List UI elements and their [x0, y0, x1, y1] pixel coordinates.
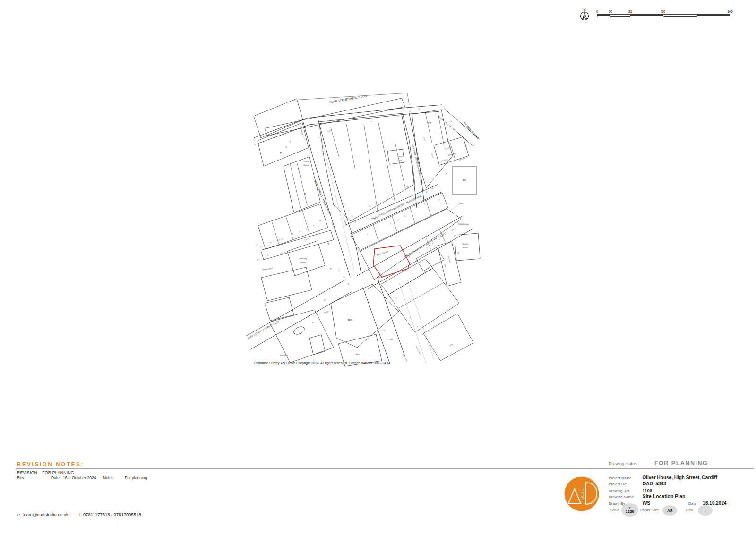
map-label: 1 [318, 137, 319, 138]
map-label: ST JOHN STREET [463, 121, 480, 140]
field-project-name: Project Name Oliver House, High Street, … [609, 473, 717, 479]
map-label: Rising [304, 161, 309, 162]
rev-value: - [704, 508, 706, 513]
map-label: 8 [390, 223, 392, 225]
north-arrow: N [581, 8, 589, 20]
map-label: 17 [377, 266, 379, 269]
map-buildings [254, 93, 480, 366]
map-label: 14 [411, 211, 413, 213]
map-label: 19 [425, 191, 428, 193]
field-label: Date [688, 501, 701, 506]
map-label: 14 [450, 120, 452, 123]
map-label: Court [397, 160, 402, 161]
map-label: 18 [259, 245, 262, 247]
field-project-ref: Project Ref OAD_5383 [609, 479, 666, 485]
map-label: 8 [344, 203, 346, 205]
revision-notes-label: Notes: [103, 475, 115, 480]
map-label: 15 [266, 254, 269, 256]
map-label: 2 [367, 233, 369, 235]
map-post-lines [298, 118, 463, 364]
contact-email: e: team@oadstudio.co.uk [17, 512, 69, 517]
map-label: 2 [395, 297, 397, 299]
map-label: 5 [426, 247, 428, 249]
map-label: 10 [351, 215, 353, 217]
scale-tick-label: 50 [662, 10, 665, 13]
map-label: 3 [401, 305, 403, 306]
map-label: 23 [327, 243, 329, 245]
map-label: 9 to 13 [431, 153, 434, 158]
map-label: 22 [438, 199, 441, 201]
map-label: House [463, 247, 468, 249]
drawing-status-value: FOR PLANNING [654, 460, 708, 466]
paper-size-label: Paper Size [640, 508, 659, 512]
map-label: 19 [343, 276, 345, 278]
revision-notes-value: For planning [125, 475, 147, 480]
map-label: Line of Posts [402, 353, 408, 362]
map-label: 26 [304, 193, 306, 195]
oad-studio-logo: studio [563, 475, 601, 513]
map-label: Studios [300, 262, 306, 263]
map-label: 20 [338, 269, 340, 271]
map-label: 6 [421, 334, 423, 336]
scale-bar-ticks: 0102550100 [596, 10, 733, 13]
map-label: Bank [348, 319, 353, 321]
map-label: PH [463, 179, 466, 182]
map-label: 6 [335, 180, 336, 182]
map-label: 9 [312, 322, 314, 323]
field-drawing-ref: Drawing Ref 1100 [609, 485, 652, 492]
map-label: Bollard [304, 164, 309, 166]
map-label: 9 to 10 [451, 228, 456, 231]
map-label: 8 [292, 233, 293, 235]
map-label: 17 [324, 298, 326, 301]
revision-date: Date : 16th October 2024 [51, 475, 96, 480]
map-label: PH [449, 343, 453, 347]
drawing-status-label: Drawing status [609, 461, 637, 466]
map-label: 10 to 14 [276, 238, 283, 242]
map-label: 26 [445, 172, 448, 175]
map-label: Line of Posts [415, 346, 421, 355]
map-label: 2 to 4 [327, 130, 332, 133]
map-label: 1 [390, 289, 392, 291]
north-label: N [583, 8, 585, 11]
map-label: 17 [257, 258, 259, 261]
map-label: PH [428, 122, 431, 124]
rev-badge: - [698, 505, 713, 516]
map-label: 3 to 7 [423, 137, 426, 141]
map-label: 5 [417, 326, 419, 328]
map-label: Rising Bollards [458, 223, 469, 225]
map-label: 10 [397, 219, 399, 221]
map-label: QUAY STREET / STRYD-Y-CEI [246, 320, 280, 340]
map-label: 4 [306, 229, 307, 230]
map-label: Crown [397, 156, 403, 158]
map-label: Line of Posts [331, 222, 336, 232]
map-label: Dolphin [463, 243, 469, 245]
map-label: Womanby [299, 258, 307, 260]
map-label: 11 [397, 115, 399, 118]
map-label: 7 [433, 351, 435, 353]
map-label: 21 [255, 244, 258, 246]
map-label: 13 [417, 108, 420, 110]
map-label: 11 [354, 221, 356, 223]
map-label: 23 [369, 205, 371, 207]
scale-tick-label: 0 [596, 10, 598, 13]
map-label: 18 [428, 266, 430, 269]
map-label: 33 [464, 146, 467, 148]
scale-bar: 0102550100 [596, 10, 733, 17]
scale-label: Scale [610, 508, 619, 512]
scale-tick-label: 10 [609, 10, 612, 13]
revision-rev-label: Rev : [17, 475, 26, 480]
rev-label: Rev [686, 508, 693, 512]
map-label: Posts [458, 203, 463, 204]
scale-badge: 1: 1250 [621, 503, 638, 517]
field-value: WS [642, 500, 650, 506]
map-label: 1 to 5 [304, 238, 309, 241]
paper-size-value: A3 [667, 508, 672, 513]
revision-line: REVISION _ FOR PLANNING [17, 470, 74, 475]
site-boundary [373, 246, 410, 277]
map-label: 7 [439, 239, 441, 241]
paper-size-badge: A3 [662, 505, 677, 516]
map-label: 1 to 4 [321, 149, 324, 153]
scale-value-bottom: 1250 [626, 510, 634, 514]
map-label: (PH) [444, 264, 447, 267]
scale-tick-label: 25 [628, 10, 632, 13]
